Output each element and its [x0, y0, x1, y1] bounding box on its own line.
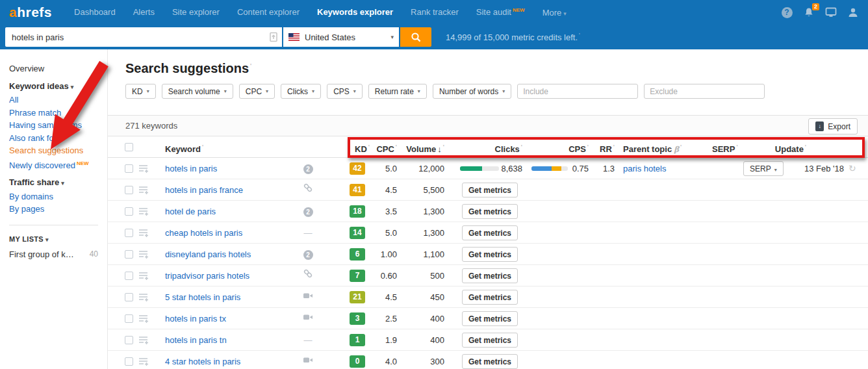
keyword-link[interactable]: cheap hotels in paris: [165, 222, 242, 244]
filter-cpc[interactable]: CPC▾: [239, 84, 275, 99]
serp-features-count-badge[interactable]: 2: [303, 164, 313, 174]
row-checkbox[interactable]: [125, 314, 133, 323]
get-metrics-button[interactable]: Get metrics: [462, 311, 518, 326]
header-cpc[interactable]: CPC: [364, 136, 397, 160]
row-checkbox[interactable]: [125, 272, 133, 280]
keyword-link[interactable]: tripadvisor paris hotels: [165, 265, 249, 286]
sidebar-group-keyword-ideas[interactable]: Keyword ideas▾: [9, 80, 107, 94]
nav-alerts[interactable]: Alerts: [133, 7, 155, 17]
keyword-link[interactable]: hotels in paris tn: [165, 329, 227, 351]
sidebar-item-also-rank-for[interactable]: Also rank for: [9, 132, 107, 145]
header-keyword[interactable]: Keyword: [165, 136, 203, 160]
country-selector[interactable]: United States ▾: [283, 27, 399, 47]
ahrefs-logo[interactable]: ahrefs: [9, 5, 52, 20]
add-to-list-icon[interactable]: [138, 228, 149, 240]
notifications-bell-icon[interactable]: 2: [803, 6, 815, 18]
nav-site-explorer[interactable]: Site explorer: [172, 7, 220, 17]
row-checkbox[interactable]: [125, 186, 133, 194]
list-mode-icon[interactable]: [269, 32, 278, 44]
sidebar-group-my-lists[interactable]: MY LISTS▾: [9, 233, 107, 247]
sidebar-item-by-domains[interactable]: By domains: [9, 190, 107, 203]
sidebar-item-all[interactable]: All: [9, 94, 107, 107]
sidebar-item-having-same-terms[interactable]: Having same terms: [9, 119, 107, 132]
parent-topic-link[interactable]: paris hotels: [623, 158, 666, 179]
nav-more[interactable]: More▾: [542, 8, 567, 18]
row-checkbox[interactable]: [125, 207, 133, 216]
filter-number-of-words[interactable]: Number of words▾: [433, 84, 511, 99]
row-checkbox[interactable]: [125, 357, 133, 366]
header-serp[interactable]: SERP: [712, 136, 738, 160]
add-to-list-icon[interactable]: [138, 292, 149, 304]
display-icon[interactable]: [825, 6, 837, 18]
exclude-filter-input[interactable]: [644, 84, 765, 99]
filter-search-volume[interactable]: Search volume▾: [162, 84, 233, 99]
get-metrics-button[interactable]: Get metrics: [462, 204, 518, 219]
row-checkbox[interactable]: [125, 229, 133, 237]
cpc-value: 5.0: [364, 158, 397, 179]
volume-value: 1,100: [399, 244, 444, 265]
header-cps[interactable]: CPS: [559, 136, 589, 160]
select-all-checkbox[interactable]: [125, 143, 133, 151]
help-icon[interactable]: ?: [781, 6, 793, 18]
row-checkbox[interactable]: [125, 250, 133, 259]
filter-cps[interactable]: CPS▾: [327, 84, 363, 99]
filter-kd[interactable]: KD▾: [125, 84, 156, 99]
sidebar-item-newly-discovered[interactable]: Newly discoveredNEW: [9, 157, 107, 172]
add-to-list-icon[interactable]: [138, 185, 149, 197]
keyword-link[interactable]: hotel de paris: [165, 201, 216, 222]
keyword-search-input[interactable]: [5, 27, 282, 47]
filter-return-rate[interactable]: Return rate▾: [368, 84, 427, 99]
get-metrics-button[interactable]: Get metrics: [462, 290, 518, 305]
keyword-link[interactable]: 4 star hotels in paris: [165, 351, 240, 369]
serp-button[interactable]: SERP▾: [743, 161, 784, 176]
keyword-link[interactable]: hotels in paris tx: [165, 308, 226, 329]
results-toolbar: 271 keywords ↓ Export: [108, 115, 868, 136]
table-body: hotels in paris 2 42 5.0 12,000 8,638 0.…: [108, 158, 868, 369]
row-checkbox[interactable]: [125, 164, 133, 173]
sidebar-group-traffic-share[interactable]: Traffic share▾: [9, 176, 107, 190]
add-to-list-icon[interactable]: [138, 207, 149, 218]
header-volume[interactable]: Volume↓: [396, 136, 444, 160]
search-button[interactable]: [400, 27, 431, 47]
add-to-list-icon[interactable]: [138, 314, 149, 325]
get-metrics-button[interactable]: Get metrics: [462, 225, 518, 240]
add-to-list-icon[interactable]: [138, 164, 149, 175]
sidebar-item-keyword-list[interactable]: First group of k… 40: [9, 249, 107, 259]
add-to-list-icon[interactable]: [138, 357, 149, 368]
row-checkbox[interactable]: [125, 293, 133, 301]
nav-dashboard[interactable]: Dashboard: [74, 7, 116, 17]
nav-keywords-explorer[interactable]: Keywords explorer: [317, 7, 393, 17]
sidebar-item-phrase-match[interactable]: Phrase match: [9, 107, 107, 120]
get-metrics-button[interactable]: Get metrics: [462, 333, 518, 348]
header-clicks[interactable]: Clicks: [480, 136, 522, 160]
video-icon: [303, 357, 313, 366]
sidebar-item-by-pages[interactable]: By pages: [9, 203, 107, 216]
add-to-list-icon[interactable]: [138, 271, 149, 283]
export-button[interactable]: ↓ Export: [808, 118, 858, 134]
keyword-link[interactable]: hotels in paris france: [165, 179, 243, 201]
header-rr[interactable]: RR: [589, 136, 615, 160]
get-metrics-button[interactable]: Get metrics: [462, 247, 518, 262]
get-metrics-button[interactable]: Get metrics: [462, 354, 518, 369]
get-metrics-button[interactable]: Get metrics: [462, 183, 518, 197]
serp-features-count-badge[interactable]: 2: [303, 207, 313, 217]
filter-clicks[interactable]: Clicks▾: [281, 84, 321, 99]
include-filter-input[interactable]: [517, 84, 638, 99]
keyword-link[interactable]: disneyland paris hotels: [165, 244, 251, 265]
row-checkbox[interactable]: [125, 336, 133, 344]
get-metrics-button[interactable]: Get metrics: [462, 268, 518, 283]
sidebar-item-search-suggestions[interactable]: Search suggestions: [9, 144, 107, 157]
nav-rank-tracker[interactable]: Rank tracker: [411, 7, 459, 17]
keyword-link[interactable]: 5 star hotels in paris: [165, 286, 240, 308]
keyword-link[interactable]: hotels in paris: [165, 158, 217, 179]
header-update[interactable]: Update: [754, 136, 806, 160]
account-icon[interactable]: [847, 6, 859, 18]
nav-site-audit[interactable]: Site auditNEW: [476, 7, 525, 17]
header-parent-topic[interactable]: Parent topicβ: [623, 136, 682, 160]
sidebar-item-overview[interactable]: Overview: [9, 62, 107, 75]
add-to-list-icon[interactable]: [138, 335, 149, 347]
serp-features-count-badge[interactable]: 2: [303, 250, 313, 260]
refresh-icon[interactable]: ↻: [849, 158, 856, 179]
nav-content-explorer[interactable]: Content explorer: [237, 7, 300, 17]
add-to-list-icon[interactable]: [138, 249, 149, 261]
